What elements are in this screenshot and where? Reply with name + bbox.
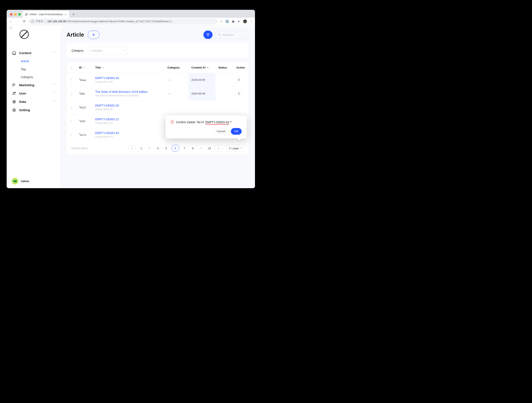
browser-tab[interactable]: Article - Leaa-9-monotruedsss ×: [22, 11, 69, 18]
page-13[interactable]: 13: [206, 145, 213, 151]
flag-icon: [12, 83, 16, 87]
page-1[interactable]: 1: [138, 145, 144, 151]
svg-line-7: [220, 35, 221, 36]
filter-label: Category :: [71, 49, 85, 52]
select-all-checkbox[interactable]: [71, 66, 71, 69]
article-link[interactable]: The State of Web Browsers 2019 edition: [95, 90, 162, 93]
search-input[interactable]: Keyword: [215, 31, 249, 39]
row-title-cell: The State of Web Browsers 2019 editionth…: [92, 87, 165, 101]
select-placeholder: Category: [91, 49, 102, 52]
close-tab-icon[interactable]: ×: [65, 13, 67, 16]
page-6[interactable]: 6: [171, 145, 179, 151]
prev-page-button[interactable]: ‹: [128, 145, 136, 151]
article-link[interactable]: EMPTY-DEMO-43: [95, 131, 162, 135]
sidebar-item-category[interactable]: Category: [19, 73, 58, 81]
row-id: #6d23: [76, 101, 92, 114]
layers-icon: [12, 100, 16, 104]
next-page-button[interactable]: ›: [215, 145, 222, 151]
article-slug: empty-demo-43: [95, 135, 162, 138]
profile-extension-icon[interactable]: [243, 20, 247, 23]
cancel-button[interactable]: Cancel: [213, 128, 229, 135]
maximize-window-icon[interactable]: [18, 13, 21, 16]
chevron-down-icon: ˅: [54, 92, 55, 95]
language-badge[interactable]: EN: [9, 26, 13, 29]
row-category: ----: [165, 87, 188, 101]
article-slug: empty-demo-22: [95, 122, 162, 124]
row-checkbox[interactable]: [71, 92, 71, 95]
search-icon: [218, 33, 221, 36]
forward-button[interactable]: →: [15, 20, 19, 23]
filter-toggle-button[interactable]: [203, 31, 213, 39]
menu-icon[interactable]: ⋮: [250, 20, 253, 23]
svg-point-5: [14, 110, 15, 111]
sidebar-item-user[interactable]: User ˅: [9, 89, 58, 98]
new-tab-button[interactable]: +: [71, 12, 76, 17]
page-4[interactable]: 4: [155, 145, 161, 151]
row-title-cell: EMPTY-DEMO-22empty-demo-22: [92, 114, 165, 128]
sidebar-menu: Content ˄ Article Tag Category Marketing…: [7, 49, 60, 114]
sidebar-item-label: Content: [19, 51, 32, 55]
app-logo-icon[interactable]: [19, 30, 29, 39]
delete-button[interactable]: [235, 77, 242, 83]
column-id[interactable]: ID ▲▼: [76, 62, 92, 73]
question-icon: ?: [171, 120, 174, 124]
row-checkbox[interactable]: [71, 105, 71, 109]
row-title-cell: EMPTY-DEMO-49empty-demo-49: [92, 73, 165, 87]
url-text: 192.168.169.99:7007/admin/articles?page=…: [47, 20, 172, 23]
row-checkbox[interactable]: [71, 133, 71, 136]
address-bar[interactable]: i 不安全 | 192.168.169.99:7007/admin/articl…: [29, 19, 217, 24]
chevron-down-icon: ˅: [54, 100, 55, 103]
qr-extension-icon[interactable]: ▣: [232, 20, 234, 23]
insecure-label: 不安全: [36, 20, 43, 23]
delete-button[interactable]: [235, 91, 242, 97]
sidebar-item-tag[interactable]: Tag: [19, 65, 58, 73]
ok-button[interactable]: OK: [231, 128, 242, 135]
submenu-content: Article Tag Category: [9, 57, 58, 81]
minimize-window-icon[interactable]: [14, 13, 17, 16]
row-title-cell: EMPTY-DEMO-43empty-demo-43: [92, 128, 165, 142]
page-size-select[interactable]: 5 / page▾: [226, 145, 244, 151]
sidebar-item-content[interactable]: Content ˄: [9, 49, 58, 57]
sidebar-item-label: Marketing: [19, 83, 34, 87]
translate-extension-icon[interactable]: 🔤: [225, 20, 229, 23]
sidebar: Content ˄ Article Tag Category Marketing…: [7, 25, 60, 188]
add-button[interactable]: +: [88, 31, 99, 39]
row-id: #68fc: [76, 87, 92, 101]
sidebar-item-article[interactable]: Article: [19, 57, 58, 65]
sidebar-item-setting[interactable]: Setting: [9, 106, 58, 114]
reload-button[interactable]: ⟳: [22, 19, 26, 23]
sort-icon: ▲▼: [207, 67, 209, 68]
browser-window: Article - Leaa-9-monotruedsss × + ← → ⟳ …: [7, 10, 255, 188]
site-info-icon[interactable]: i: [31, 20, 34, 23]
tab-title: Article - Leaa-9-monotruedsss: [30, 13, 63, 16]
column-title[interactable]: Title ▲▼: [92, 62, 165, 73]
row-category: ----: [165, 73, 188, 87]
close-window-icon[interactable]: [10, 13, 13, 16]
sidebar-footer-user[interactable]: 🐲 Admin: [7, 174, 60, 188]
chevron-down-icon: ˅: [54, 84, 55, 87]
page-8[interactable]: 8: [190, 145, 196, 151]
row-title-cell: EMPTY-DEMO-26empty-demo-26: [92, 101, 165, 114]
table-row: #6d23EMPTY-DEMO-26empty-demo-26: [67, 101, 249, 114]
sidebar-item-marketing[interactable]: Marketing ˅: [9, 81, 58, 89]
row-checkbox[interactable]: [71, 119, 71, 123]
sort-icon: ▲▼: [102, 67, 104, 68]
chevron-up-icon: ˄: [54, 52, 55, 55]
app-root: EN Content ˄ Article Tag Category: [7, 25, 255, 188]
bookmark-icon[interactable]: ☆: [220, 20, 222, 23]
column-created[interactable]: Created At ▲▼: [188, 62, 215, 73]
article-link[interactable]: EMPTY-DEMO-26: [95, 104, 162, 107]
extensions-icon[interactable]: ✦: [238, 20, 240, 23]
page-7[interactable]: 7: [181, 145, 188, 151]
category-select[interactable]: Category ▾: [88, 47, 127, 54]
article-link[interactable]: EMPTY-DEMO-49: [95, 76, 162, 80]
page-5[interactable]: 5: [163, 145, 169, 151]
back-button[interactable]: ←: [9, 20, 13, 23]
avatar: 🐲: [12, 178, 18, 184]
toolbar-icons: ☆ 🔤 ▣ ✦ ⋮: [220, 20, 253, 23]
sidebar-item-data[interactable]: Data ˅: [9, 98, 58, 106]
article-slug: empty-demo-49: [95, 80, 162, 83]
row-checkbox[interactable]: [71, 78, 71, 82]
article-link[interactable]: EMPTY-DEMO-22: [95, 118, 162, 121]
browser-toolbar: ← → ⟳ i 不安全 | 192.168.169.99:7007/admin/…: [7, 18, 255, 25]
